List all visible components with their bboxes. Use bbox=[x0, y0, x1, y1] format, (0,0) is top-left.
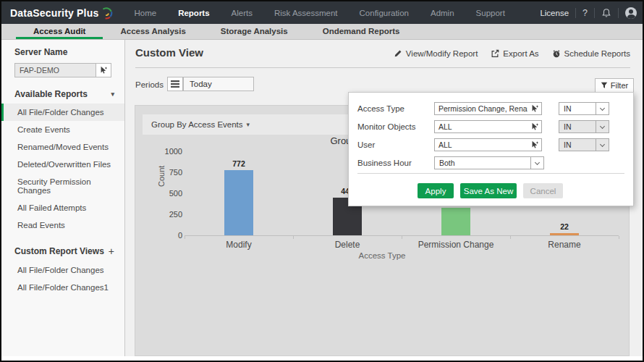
select-value: Both bbox=[435, 159, 530, 167]
server-picker-button[interactable] bbox=[96, 63, 111, 77]
select-business-hour[interactable]: Both bbox=[434, 156, 544, 169]
object-picker-icon bbox=[99, 66, 108, 75]
operator-select-access-type[interactable]: IN bbox=[559, 102, 609, 115]
sidebar-item-deleted-overwritten-files[interactable]: Deleted/Overwritten Files bbox=[1, 156, 124, 173]
chevron-down-icon bbox=[596, 139, 609, 151]
available-reports-label: Available Reports bbox=[14, 89, 88, 99]
custom-report-views-label: Custom Report Views bbox=[14, 246, 104, 256]
schedule-reports-label: Schedule Reports bbox=[564, 49, 630, 58]
x-tick-mark bbox=[402, 236, 402, 239]
available-reports-header[interactable]: Available Reports ▾ bbox=[14, 89, 114, 99]
picker-button-monitor-objects[interactable] bbox=[528, 120, 542, 133]
y-tick-0: 0 bbox=[153, 231, 182, 240]
server-input[interactable]: FAP-DEMO bbox=[14, 63, 96, 77]
periods-list-button[interactable] bbox=[167, 77, 183, 91]
nav-item-home[interactable]: Home bbox=[123, 1, 167, 24]
sidebar-item-all-file-folder-changes1[interactable]: All File/Folder Changes1 bbox=[1, 279, 124, 296]
filter-value-access-type[interactable]: Permission Change, Rename, De bbox=[434, 102, 528, 115]
sidebar: Server Name FAP-DEMO Available Reports ▾… bbox=[1, 40, 125, 359]
sidebar-item-all-failed-attempts[interactable]: All Failed Attempts bbox=[1, 199, 124, 216]
operator-value: IN bbox=[559, 122, 596, 131]
group-by-label: Group By Access Events bbox=[151, 120, 243, 129]
license-link[interactable]: License bbox=[540, 9, 569, 17]
report-actions: View/Modify Report Export As Schedu bbox=[125, 49, 630, 58]
y-tick-500: 500 bbox=[153, 189, 182, 198]
nav-item-configuration[interactable]: Configuration bbox=[349, 1, 420, 24]
notifications-bell-icon[interactable] bbox=[601, 8, 611, 18]
help-icon[interactable]: ? bbox=[582, 8, 588, 18]
panel-divider bbox=[357, 173, 624, 174]
filter-panel: Apply Save As New Cancel Access TypePerm… bbox=[348, 92, 634, 206]
bar-value-rename: 22 bbox=[543, 222, 586, 231]
custom-views-list: All File/Folder ChangesAll File/Folder C… bbox=[1, 261, 124, 296]
custom-report-views-header[interactable]: Custom Report Views + bbox=[14, 245, 114, 257]
top-navbar: DataSecurity Plus HomeReportsAlertsRisk … bbox=[1, 1, 643, 24]
divider bbox=[575, 8, 576, 18]
filter-value-user[interactable]: ALL bbox=[434, 138, 528, 151]
x-category-rename: Rename bbox=[510, 240, 619, 250]
sidebar-item-all-file-folder-changes[interactable]: All File/Folder Changes bbox=[1, 104, 124, 121]
nav-item-risk-assessment[interactable]: Risk Assessment bbox=[263, 1, 349, 24]
x-tick-mark bbox=[510, 236, 511, 239]
nav-item-support[interactable]: Support bbox=[465, 1, 516, 24]
server-name-label: Server Name bbox=[14, 47, 111, 57]
bar-modify[interactable] bbox=[224, 170, 253, 235]
tab-access-audit[interactable]: Access Audit bbox=[16, 24, 103, 39]
sidebar-item-renamed-moved-events[interactable]: Renamed/Moved Events bbox=[1, 138, 124, 156]
cancel-button[interactable]: Cancel bbox=[523, 183, 563, 198]
nav-item-admin[interactable]: Admin bbox=[420, 1, 465, 24]
tab-storage-analysis[interactable]: Storage Analysis bbox=[203, 24, 305, 39]
filter-value-monitor-objects[interactable]: ALL bbox=[434, 120, 528, 133]
export-as-label: Export As bbox=[503, 49, 538, 58]
divider bbox=[594, 8, 595, 18]
module-tabbar: Access AuditAccess AnalysisStorage Analy… bbox=[1, 24, 643, 40]
bar-rename[interactable] bbox=[550, 233, 579, 235]
navbar-right: License ? bbox=[540, 1, 643, 24]
periods-label: Periods bbox=[135, 80, 164, 89]
brand-logo[interactable]: DataSecurity Plus bbox=[1, 7, 123, 20]
x-tick-mark bbox=[619, 236, 619, 239]
footer-strip bbox=[1, 356, 643, 361]
bar-permission-change[interactable] bbox=[441, 208, 470, 235]
filter-row-label-business-hour: Business Hour bbox=[357, 159, 412, 167]
tab-ondemand-reports[interactable]: Ondemand Reports bbox=[305, 24, 418, 39]
sidebar-item-security-permission-changes[interactable]: Security Permission Changes bbox=[1, 173, 124, 199]
nav-item-alerts[interactable]: Alerts bbox=[221, 1, 263, 24]
main-nav: HomeReportsAlertsRisk AssessmentConfigur… bbox=[123, 1, 515, 24]
picker-button-access-type[interactable] bbox=[528, 102, 542, 115]
object-picker-icon bbox=[530, 104, 539, 113]
view-modify-report-button[interactable]: View/Modify Report bbox=[394, 49, 478, 58]
picker-button-user[interactable] bbox=[528, 138, 542, 151]
period-value-box[interactable]: Today bbox=[183, 77, 254, 91]
schedule-clock-icon bbox=[552, 49, 561, 58]
available-reports-list: All File/Folder ChangesCreate EventsRena… bbox=[1, 104, 124, 234]
add-custom-view-icon[interactable]: + bbox=[109, 245, 114, 257]
list-icon bbox=[171, 80, 179, 88]
y-tick-250: 250 bbox=[153, 210, 182, 219]
header-divider bbox=[135, 67, 630, 68]
tab-access-analysis[interactable]: Access Analysis bbox=[103, 24, 203, 39]
filter-row-label-user: User bbox=[357, 140, 375, 149]
server-selector: FAP-DEMO bbox=[14, 63, 111, 77]
object-picker-icon bbox=[530, 140, 539, 149]
export-as-button[interactable]: Export As bbox=[491, 49, 538, 58]
main-panel: Custom View View/Modify Report Export As bbox=[125, 40, 643, 359]
sidebar-item-all-file-folder-changes[interactable]: All File/Folder Changes bbox=[1, 261, 124, 279]
apply-button[interactable]: Apply bbox=[418, 183, 454, 198]
sidebar-item-read-events[interactable]: Read Events bbox=[1, 216, 124, 234]
operator-value: IN bbox=[559, 140, 596, 149]
user-avatar[interactable] bbox=[625, 7, 637, 19]
save-as-new-button[interactable]: Save As New bbox=[460, 183, 517, 198]
filter-button[interactable]: Filter bbox=[595, 78, 634, 93]
bar-value-modify: 772 bbox=[217, 159, 260, 168]
sidebar-item-create-events[interactable]: Create Events bbox=[1, 121, 124, 138]
filter-row-label-access-type: Access Type bbox=[357, 104, 404, 113]
export-icon bbox=[491, 49, 499, 58]
x-tick-mark bbox=[185, 236, 185, 239]
nav-item-reports[interactable]: Reports bbox=[167, 1, 220, 24]
object-picker-icon bbox=[530, 122, 539, 131]
y-tick-1000: 1000 bbox=[153, 147, 182, 156]
schedule-reports-button[interactable]: Schedule Reports bbox=[552, 49, 630, 58]
operator-value: IN bbox=[559, 104, 596, 113]
chevron-down-icon bbox=[596, 121, 609, 132]
